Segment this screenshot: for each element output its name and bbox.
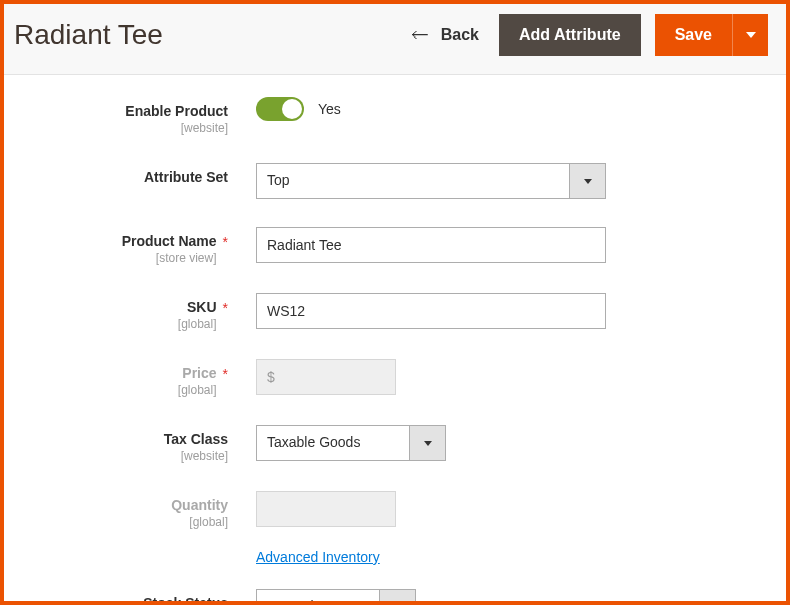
advanced-inventory-link[interactable]: Advanced Inventory xyxy=(256,549,380,565)
scope-global: [global] xyxy=(178,317,217,331)
attribute-set-label: Attribute Set xyxy=(144,169,228,185)
attribute-set-select[interactable]: Top xyxy=(256,163,606,199)
stock-status-value: In Stock xyxy=(257,590,379,601)
save-button[interactable]: Save xyxy=(655,14,732,56)
add-attribute-button[interactable]: Add Attribute xyxy=(499,14,641,56)
scope-global: [global] xyxy=(178,383,217,397)
enable-product-label: Enable Product xyxy=(125,103,228,119)
scope-global: [global] xyxy=(189,515,228,529)
enable-product-toggle[interactable] xyxy=(256,97,304,121)
sku-input[interactable] xyxy=(256,293,606,329)
product-name-input[interactable] xyxy=(256,227,606,263)
attribute-set-value: Top xyxy=(257,164,569,198)
required-indicator: * xyxy=(223,301,228,315)
stock-status-select[interactable]: In Stock xyxy=(256,589,416,601)
caret-down-icon xyxy=(424,441,432,446)
save-dropdown-button[interactable] xyxy=(732,14,768,56)
svg-marker-2 xyxy=(424,441,432,446)
required-indicator: * xyxy=(223,235,228,249)
price-label: Price xyxy=(182,365,216,381)
required-indicator: * xyxy=(223,367,228,381)
stock-status-label: Stock Status xyxy=(143,595,228,601)
product-name-label: Product Name xyxy=(122,233,217,249)
back-label: Back xyxy=(441,26,479,44)
tax-class-select[interactable]: Taxable Goods xyxy=(256,425,446,461)
scope-website: [website] xyxy=(181,449,228,463)
toggle-knob xyxy=(282,99,302,119)
tax-class-caret[interactable] xyxy=(409,426,445,460)
scope-website: [website] xyxy=(181,121,228,135)
page-title: Radiant Tee xyxy=(14,19,411,51)
tax-class-label: Tax Class xyxy=(164,431,228,447)
enable-product-value: Yes xyxy=(318,101,341,117)
stock-status-caret[interactable] xyxy=(379,590,415,601)
quantity-label: Quantity xyxy=(171,497,228,513)
tax-class-value: Taxable Goods xyxy=(257,426,409,460)
arrow-left-icon: 🡐 xyxy=(411,25,429,46)
sku-label: SKU xyxy=(187,299,217,315)
scope-storeview: [store view] xyxy=(156,251,217,265)
quantity-input xyxy=(256,491,396,527)
price-input: $ xyxy=(256,359,396,395)
svg-marker-1 xyxy=(584,179,592,184)
attribute-set-caret[interactable] xyxy=(569,164,605,198)
caret-down-icon xyxy=(584,179,592,184)
svg-marker-0 xyxy=(746,32,756,38)
back-button[interactable]: 🡐 Back xyxy=(411,25,479,46)
caret-down-icon xyxy=(746,32,756,38)
